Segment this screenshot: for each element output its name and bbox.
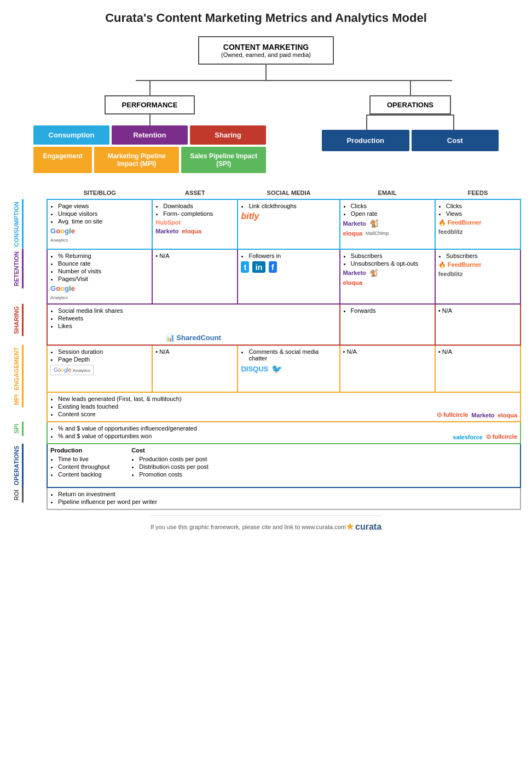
engagement-row: ENGAGEMENT Session duration Page Depth G… [11,345,521,393]
eloqua-logo-4: eloqua [498,412,517,418]
operations-inner: Production Time to live Content throughp… [50,447,517,479]
cm-subtitle: (Owned, earned, and paid media) [221,51,311,58]
feedblitz-logo-2: feedblitz [438,271,463,277]
spi-label-cell: SPI [11,422,47,444]
consumption-asset-bullets: Downloads Form- completions [155,203,234,217]
twitter-icon: 🐦 [271,364,282,374]
engagement-asset: • N/A [152,345,238,393]
cost-title: Cost [131,447,209,454]
engagement-label-cell: ENGAGEMENT [11,345,47,393]
consumption-site-logos: Google Analytics [50,227,149,243]
retention-asset-na: • N/A [155,253,169,259]
consumption-asset-logos: HubSpot [155,219,234,226]
roi-bullets: Return on investment Pipeline influence … [50,491,517,505]
consumption-box: Consumption [33,125,109,145]
bitly-logo: bitly [241,211,259,221]
disqus-logo: DISQUS [241,365,268,373]
mpi-content: New leads generated (First, last, & mult… [47,392,521,422]
mailchimp-icon: 🐒 [369,219,379,228]
consumption-label-cell: CONSUMPTION [11,199,47,249]
sharing-email: Forwards [340,304,435,345]
retention-label-cell: RETENTION [11,249,47,304]
footer-credit: If you use this graphic framework, pleas… [151,524,346,530]
metrics-table-wrapper: SITE/BLOG ASSET SOCIAL MEDIA EMAIL FEEDS… [11,187,521,510]
consumption-asset-logos2: Marketo eloqua [155,228,234,234]
consumption-email-logos2: eloqua MailChimp [343,230,432,237]
sharing-bullets: Social media link shares Retweets Likes [50,307,337,329]
retention-site-bullets: % Returning Bounce rate Number of visits… [50,253,149,282]
engagement-box: Engagement [33,147,92,173]
retention-feeds-logos2: feedblitz [438,271,517,277]
curata-logo: ★curata [346,521,381,532]
operations-box: OPERATIONS [369,95,451,114]
spi-bullets: % and $ value of opportunities influence… [50,425,197,440]
sharing-email-bullets: Forwards [343,307,432,314]
engagement-social-logos: DISQUS 🐦 [241,364,336,374]
marketo-logo: Marketo [155,228,178,234]
v-connector-1 [265,65,267,80]
sharedcount-text: 📊 SharedCount [166,334,221,342]
production-title: Production [50,447,109,454]
col-header-site: SITE/BLOG [47,187,152,199]
column-headers-row: SITE/BLOG ASSET SOCIAL MEDIA EMAIL FEEDS [11,187,521,199]
consumption-row: CONSUMPTION Page views Unique visitors A… [11,199,521,249]
color-row-2: Engagement Marketing Pipeline Impact (MP… [33,147,266,173]
mpi-bullets: New leads generated (First, last, & mult… [50,395,182,418]
engagement-feeds: • N/A [435,345,521,393]
retention-email-logos: Marketo 🐒 [343,269,432,277]
linkedin-logo: in [252,261,265,273]
fullcircle-logo: ⊙ fullcircle [437,411,468,418]
content-marketing-box: CONTENT MARKETING (Owned, earned, and pa… [198,36,334,65]
cost-section: Cost Production costs per post Distribut… [131,447,209,479]
mpi-label: MPI [11,392,24,408]
spi-inner: % and $ value of opportunities influence… [50,425,517,440]
mpi-label-cell: MPI [11,392,47,422]
spi-content: % and $ value of opportunities influence… [47,422,521,444]
retention-feeds-logos: 🔥 FeedBurner [438,261,517,268]
production-section: Production Time to live Content throughp… [50,447,109,479]
roi-label-cell: ROI [11,487,47,509]
google-analytics-logo-3: Google Analytics [50,365,94,375]
footer: If you use this graphic framework, pleas… [151,515,381,537]
engagement-social-bullets: Comments & social media chatter [241,348,336,362]
operations-content: Production Time to live Content throughp… [47,444,521,487]
roi-row: ROI Return on investment Pipeline influe… [11,487,521,509]
v-connector-perf [149,80,151,95]
v-connector-perf2 [149,114,151,125]
consumption-social: Link clickthroughs bitly [238,199,339,249]
hierarchy-top: CONTENT MARKETING (Owned, earned, and pa… [198,36,334,80]
consumption-asset: Downloads Form- completions HubSpot Mark… [152,199,238,249]
consumption-social-bullets: Link clickthroughs [241,203,336,209]
salesforce-logo: salesforce [453,434,482,440]
consumption-email-bullets: Clicks Open rate [343,203,432,217]
retention-site-logos: Google Analytics [50,284,149,301]
engagement-email-na: • N/A [343,348,357,355]
feedburner-logo-2: 🔥 FeedBurner [438,261,482,268]
cm-title: CONTENT MARKETING [221,43,311,51]
empty-header [11,187,47,199]
col-header-feeds: FEEDS [435,187,521,199]
color-row-1: Consumption Retention Sharing [33,125,266,145]
engagement-social: Comments & social media chatter DISQUS 🐦 [238,345,339,393]
spi-logos: salesforce ⊙ fullcircle [453,433,517,440]
eloqua-logo-2: eloqua [343,230,362,237]
mailchimp-text: MailChimp [366,231,389,236]
operations-label-cell: OPERATIONS [11,444,47,487]
retention-email: Subscribers Unsubscribers & opt-outs Mar… [340,249,435,304]
engagement-site: Session duration Page Depth Google Analy… [47,345,152,393]
operations-row: OPERATIONS Production Time to live Conte… [11,444,521,487]
retention-feeds: Subscribers 🔥 FeedBurner feedblitz [435,249,521,304]
retention-feeds-bullets: Subscribers [438,253,517,259]
performance-color-boxes: Consumption Retention Sharing Engagement… [33,125,266,173]
retention-email-bullets: Subscribers Unsubscribers & opt-outs [343,253,432,267]
marketo-logo-2: Marketo [343,220,366,227]
engagement-site-logos: Google Analytics [50,365,149,375]
engagement-asset-na: • N/A [155,348,169,355]
ops-connector [322,114,499,130]
col-header-social: SOCIAL MEDIA [238,187,339,199]
cost-bullets: Production costs per post Distribution c… [131,456,209,478]
sharing-row: SHARING Social media link shares Retweet… [11,304,521,345]
sharing-label-cell: SHARING [11,304,47,345]
performance-box: PERFORMANCE [105,95,195,114]
consumption-email-logos: Marketo 🐒 [343,219,432,228]
